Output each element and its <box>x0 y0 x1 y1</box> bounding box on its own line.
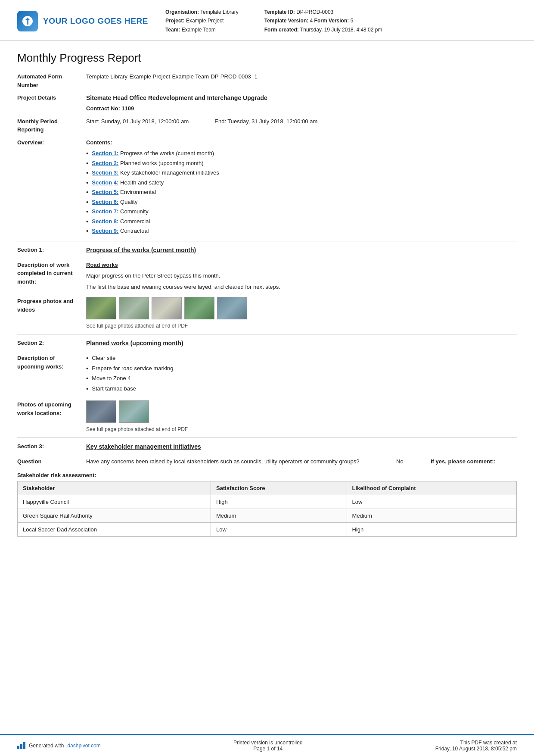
section8-link[interactable]: Section 8: <box>92 217 118 226</box>
section2-text: Planned works (upcoming month) <box>120 159 204 168</box>
section5-text: Environmental <box>120 188 156 197</box>
upcoming-list: Clear site Prepare for road service mark… <box>86 354 517 393</box>
col-likelihood: Likelihood of Complaint <box>347 481 516 495</box>
likelihood-3: High <box>347 522 516 536</box>
satisfaction-1: High <box>211 495 347 509</box>
overview-row: Overview: Contents: Section 1: Progress … <box>17 138 517 237</box>
stakeholder-section: Stakeholder risk assessment: Stakeholder… <box>17 472 517 537</box>
section6-text: Quality <box>120 198 137 206</box>
footer: Generated with dashpivot.com Printed ver… <box>0 734 534 756</box>
divider-1 <box>17 241 517 241</box>
photo-thumb <box>152 297 182 319</box>
monthly-period-label: Monthly Period Reporting <box>17 117 86 134</box>
upcoming-photos-row: Photos of upcoming works locations: See … <box>17 400 517 433</box>
logo-area: YOUR LOGO GOES HERE <box>17 11 148 31</box>
table-row: Green Square Rail Authority Medium Mediu… <box>18 509 517 522</box>
generated-link[interactable]: dashpivot.com <box>67 743 100 749</box>
org-label: Organisation: <box>165 9 199 15</box>
section3-row: Section 3: Key stakeholder management in… <box>17 442 517 453</box>
question-row: Question Have any concerns been raised b… <box>17 457 517 466</box>
project-label: Project: <box>165 18 185 24</box>
section1-text: Progress of the works (current month) <box>120 149 214 158</box>
list-item: Section 4: Health and safety <box>86 178 517 187</box>
project-row: Project: Example Project <box>165 16 239 25</box>
photos-note-1: See full page photos attached at end of … <box>86 322 517 330</box>
list-item: Section 8: Commercial <box>86 217 517 226</box>
section5-link[interactable]: Section 5: <box>92 188 118 197</box>
header-meta-left: Organisation: Template Library Project: … <box>165 8 239 34</box>
page: YOUR LOGO GOES HERE Organisation: Templa… <box>0 0 534 756</box>
stakeholder-title: Stakeholder risk assessment: <box>17 472 517 478</box>
question-value: Have any concerns been raised by local s… <box>86 457 517 466</box>
automated-form-label: Automated Form Number <box>17 72 86 89</box>
bar-2 <box>20 744 22 749</box>
footer-center: Printed version is uncontrolled Page 1 o… <box>233 740 303 752</box>
section1-link[interactable]: Section 1: <box>92 149 118 158</box>
upcoming-photos-value: See full page photos attached at end of … <box>86 400 517 433</box>
table-header-row: Stakeholder Satisfaction Score Likelihoo… <box>18 481 517 495</box>
stakeholder-name-3: Local Soccer Dad Association <box>18 522 211 536</box>
report-title: Monthly Progress Report <box>17 51 517 65</box>
template-id-value: DP-PROD-0003 <box>296 9 333 15</box>
header-meta-right: Template ID: DP-PROD-0003 Template Versi… <box>264 8 382 34</box>
form-version-value: 5 <box>351 18 354 24</box>
automated-form-row: Automated Form Number Template Library-E… <box>17 72 517 89</box>
section7-link[interactable]: Section 7: <box>92 207 118 216</box>
template-version-value: 4 <box>310 18 313 24</box>
template-version-label: Template Version: <box>264 18 308 24</box>
table-body: Happyville Council High Low Green Square… <box>18 495 517 536</box>
list-item: Section 3: Key stakeholder management in… <box>86 169 517 177</box>
section4-link[interactable]: Section 4: <box>92 178 118 187</box>
stakeholder-name-2: Green Square Rail Authority <box>18 509 211 522</box>
section7-text: Community <box>120 207 149 216</box>
photo-strip-1 <box>86 297 517 319</box>
list-item: Section 1: Progress of the works (curren… <box>86 149 517 158</box>
project-details-label: Project Details <box>17 94 86 102</box>
section9-text: Contractual <box>120 227 149 235</box>
section3-link[interactable]: Section 3: <box>92 169 118 177</box>
period-start: Start: Sunday, 01 July 2018, 12:00:00 am <box>86 117 189 126</box>
overview-label: Overview: <box>17 138 86 147</box>
section4-text: Health and safety <box>120 178 164 187</box>
question-grid: Have any concerns been raised by local s… <box>86 457 517 466</box>
section3-label: Section 3: <box>17 442 86 451</box>
section1-heading-text: Progress of the works (current month) <box>86 246 517 255</box>
list-item: Move to Zone 4 <box>86 374 517 383</box>
work-desc-row: Description of work completed in current… <box>17 261 517 291</box>
header-meta: Organisation: Template Library Project: … <box>148 8 517 34</box>
upcoming-works-label: Description of upcoming works: <box>17 354 86 371</box>
section9-link[interactable]: Section 9: <box>92 227 118 235</box>
question-comment: If yes, please comment:: <box>431 457 517 466</box>
overview-value: Contents: Section 1: Progress of the wor… <box>86 138 517 237</box>
list-item: Section 9: Contractual <box>86 227 517 235</box>
list-item: Clear site <box>86 354 517 362</box>
team-value: Example Team <box>182 27 216 33</box>
project-details-row: Project Details Sitemate Head Office Red… <box>17 94 517 113</box>
monthly-period-value: Start: Sunday, 01 July 2018, 12:00:00 am… <box>86 117 517 126</box>
template-id-row: Template ID: DP-PROD-0003 <box>264 8 382 16</box>
list-item: Start tarmac base <box>86 384 517 393</box>
period-end: End: Tuesday, 31 July 2018, 12:00:00 am <box>214 117 317 126</box>
project-details-main: Sitemate Head Office Redevelopment and I… <box>86 94 517 103</box>
photo-thumb <box>217 297 247 319</box>
divider-3 <box>17 437 517 438</box>
photo-thumb <box>86 297 116 319</box>
work-type: Road works <box>86 261 517 269</box>
section2-link[interactable]: Section 2: <box>92 159 118 168</box>
section3-text: Key stakeholder management initiatives <box>120 169 219 177</box>
section1-heading: Progress of the works (current month) <box>86 246 517 256</box>
upcoming-work-2: Prepare for road service marking <box>92 364 173 373</box>
photo-thumb <box>184 297 214 319</box>
section2-row: Section 2: Planned works (upcoming month… <box>17 339 517 350</box>
org-value: Template Library <box>200 9 239 15</box>
section8-text: Commercial <box>120 217 150 226</box>
table-row: Happyville Council High Low <box>18 495 517 509</box>
section3-heading-text: Key stakeholder management initiatives <box>86 442 517 451</box>
list-item: Section 5: Environmental <box>86 188 517 197</box>
header: YOUR LOGO GOES HERE Organisation: Templa… <box>0 0 534 41</box>
bar-1 <box>17 746 19 749</box>
list-item: Section 6: Quality <box>86 198 517 206</box>
work-desc-1: Major progress on the Peter Street bypas… <box>86 272 517 280</box>
section2-heading-val: Planned works (upcoming month) <box>86 339 517 350</box>
section6-link[interactable]: Section 6: <box>92 198 118 206</box>
